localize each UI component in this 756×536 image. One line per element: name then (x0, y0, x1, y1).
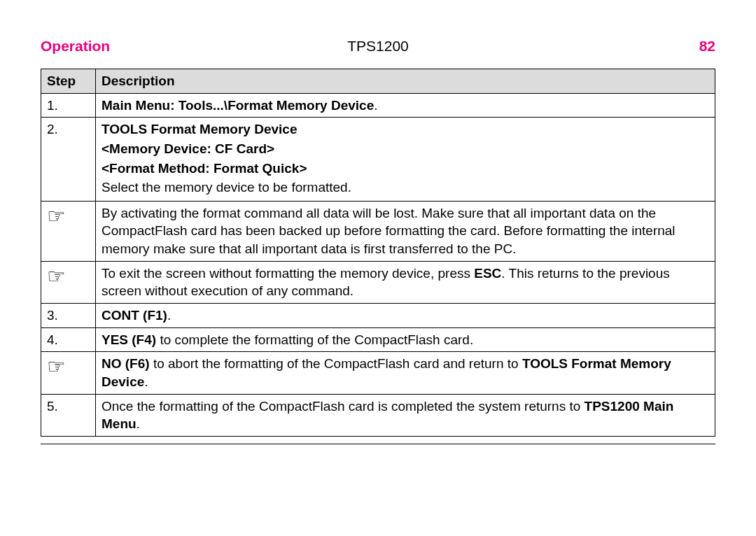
table-row: 5. Once the formatting of the CompactFla… (41, 394, 715, 436)
instruction-text: Select the memory device to be formatted… (102, 178, 709, 197)
step-description: YES (F4) to complete the formatting of t… (96, 327, 715, 352)
table-row: 4. YES (F4) to complete the formatting o… (41, 327, 715, 352)
step-number: 4. (41, 327, 96, 352)
table-row: 3. CONT (F1). (41, 304, 715, 328)
key-no-f6: NO (F6) (102, 356, 150, 371)
field-format-method: <Format Method: Format Quick> (102, 160, 709, 178)
table-row: 2. TOOLS Format Memory Device <Memory De… (41, 118, 715, 202)
section-divider (41, 444, 715, 444)
pointing-hand-icon: ☞ (41, 352, 96, 394)
screen-title: TOOLS Format Memory Device (102, 120, 709, 139)
menu-path: Main Menu: Tools...\Format Memory Device (102, 98, 374, 113)
step-description: Main Menu: Tools...\Format Memory Device… (96, 93, 715, 118)
step-description: CONT (F1). (96, 304, 715, 328)
instruction-text: Once the formatting of the CompactFlash … (102, 399, 584, 414)
col-desc-header: Description (96, 69, 715, 94)
table-row: ☞ By activating the format command all d… (41, 201, 715, 261)
instruction-text: to complete the formatting of the Compac… (156, 332, 473, 347)
step-number: 3. (41, 304, 96, 328)
step-number: 2. (41, 118, 96, 202)
steps-table: Step Description 1. Main Menu: Tools...\… (41, 69, 715, 437)
step-description: By activating the format command all dat… (96, 201, 715, 261)
key-yes-f4: YES (F4) (102, 332, 156, 347)
table-row: ☞ NO (F6) to abort the formatting of the… (41, 352, 715, 394)
table-header-row: Step Description (41, 69, 715, 94)
col-step-header: Step (41, 69, 96, 94)
step-description: To exit the screen without formatting th… (96, 261, 715, 303)
table-row: ☞ To exit the screen without formatting … (41, 261, 715, 303)
key-cont-f1: CONT (F1) (102, 308, 167, 323)
warning-text: By activating the format command all dat… (102, 206, 676, 256)
header-page-number: 82 (699, 38, 715, 55)
table-row: 1. Main Menu: Tools...\Format Memory Dev… (41, 93, 715, 118)
step-number: 5. (41, 394, 96, 436)
pointing-hand-icon: ☞ (41, 201, 96, 261)
key-esc: ESC (474, 266, 501, 281)
page-header: Operation TPS1200 82 (41, 38, 715, 55)
header-product: TPS1200 (347, 38, 409, 55)
instruction-text: to abort the formatting of the CompactFl… (150, 356, 522, 371)
step-description: NO (F6) to abort the formatting of the C… (96, 352, 715, 394)
pointing-hand-icon: ☞ (41, 261, 96, 303)
step-description: TOOLS Format Memory Device <Memory Devic… (96, 118, 715, 202)
step-number: 1. (41, 93, 96, 118)
header-section-title: Operation (41, 38, 110, 55)
document-page: Operation TPS1200 82 Step Description 1.… (0, 0, 756, 536)
note-text: To exit the screen without formatting th… (102, 266, 474, 281)
step-description: Once the formatting of the CompactFlash … (96, 394, 715, 436)
field-memory-device: <Memory Device: CF Card> (102, 140, 709, 158)
